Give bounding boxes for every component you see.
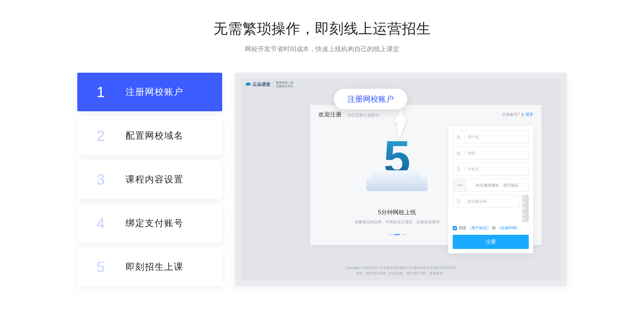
carousel-dots[interactable]: [329, 231, 465, 236]
mock-logo-row: 云朵课堂 教育机构一站式服务云平台: [241, 78, 561, 91]
phone-input[interactable]: [468, 167, 525, 171]
svg-point-0: [458, 135, 459, 137]
user-icon: [456, 135, 462, 139]
step-item-4[interactable]: 4 绑定支付账号: [77, 204, 222, 242]
legal-notice-link[interactable]: 《法律声明》: [497, 226, 520, 230]
agree-text: 同意 《用户协议》 和 《法律声明》: [459, 225, 520, 231]
callout-pill: 注册网校账户: [334, 89, 407, 109]
step-label: 绑定支付账号: [126, 217, 184, 229]
arrows-icon: [457, 183, 462, 187]
phone-field-wrap: [453, 163, 529, 176]
shield-icon: [456, 199, 462, 204]
illustration-desc: 创建独立的品牌，可绑定自主域名，注册直接使用: [329, 219, 465, 225]
sms-code-input[interactable]: [468, 199, 516, 204]
step-number: 5: [97, 258, 126, 276]
step-item-2[interactable]: 2 配置网校域名: [77, 116, 222, 155]
register-button[interactable]: 注册: [453, 235, 529, 249]
callout-arrow-icon: [389, 107, 408, 142]
svg-point-3: [458, 170, 459, 170]
brand-logo: 云朵课堂: [245, 82, 270, 87]
step-label: 配置网校域名: [126, 130, 184, 142]
agree-row[interactable]: 同意 《用户协议》 和 《法律声明》: [453, 225, 529, 231]
page-title: 无需繁琐操作，即刻线上运营招生: [0, 19, 644, 38]
slider-handle[interactable]: [453, 179, 466, 191]
welcome-subtitle: 你总是那么有眼光~: [348, 113, 381, 117]
brand-text: 云朵课堂: [252, 82, 270, 87]
login-hint: 已有账号? 去 登录: [502, 112, 533, 117]
agree-checkbox[interactable]: [453, 226, 457, 230]
slider-text: 向右拖动滑块，进行验证: [466, 183, 528, 188]
register-card: 欢迎注册 你总是那么有眼光~ 已有账号? 去 登录 5 5分钟网校上线: [310, 105, 542, 245]
cloud-icon: [245, 82, 251, 87]
page-subtitle: 网校开发节省时间成本，快速上线机构自己的线上课堂: [0, 45, 644, 53]
captcha-slider[interactable]: 向右拖动滑块，进行验证: [453, 179, 529, 192]
register-form: 向右拖动滑块，进行验证 获取验证码: [448, 126, 533, 253]
step-number: 3: [97, 171, 126, 188]
step-item-3[interactable]: 3 课程内容设置: [77, 160, 222, 199]
steps-list: 1 注册网校账户 2 配置网校域名 3 课程内容设置 4 绑定支付账号 5 即刻…: [77, 73, 222, 286]
logo-divider: [273, 81, 273, 88]
step-item-5[interactable]: 5 即刻招生上课: [77, 248, 222, 286]
preview-panel: 云朵课堂 教育机构一站式服务云平台 欢迎注册 你总是那么有眼光~ 已有账号? 去…: [235, 73, 567, 286]
step-number: 1: [97, 83, 126, 101]
password-field-wrap: [453, 147, 529, 160]
password-input[interactable]: [468, 151, 525, 155]
step-number: 4: [97, 215, 126, 232]
get-code-button[interactable]: 获取验证码: [522, 195, 529, 222]
phone-icon: [456, 167, 462, 171]
username-field-wrap: [453, 131, 529, 143]
illustration: 5 5分钟网校上线 创建独立的品牌，可绑定自主域名，注册直接使用: [329, 134, 465, 236]
sms-code-wrap: [453, 195, 519, 208]
lock-icon: [456, 151, 462, 155]
welcome-title: 欢迎注册 你总是那么有眼光~: [318, 111, 381, 118]
step-number: 2: [97, 127, 126, 144]
username-input[interactable]: [468, 135, 525, 139]
brand-tagline: 教育机构一站式服务云平台: [276, 81, 293, 88]
login-link[interactable]: 登录: [526, 112, 533, 117]
platform-graphic: [365, 171, 429, 187]
mock-footer: Copyright © 2014-2021.北京昱新科技有限公司 版权所有 京I…: [241, 265, 561, 276]
illustration-title: 5分钟网校上线: [329, 208, 465, 216]
svg-rect-1: [457, 153, 460, 155]
step-label: 课程内容设置: [126, 173, 184, 186]
step-label: 注册网校账户: [126, 86, 184, 98]
user-agreement-link[interactable]: 《用户协议》: [468, 226, 491, 230]
step-label: 即刻招生上课: [126, 261, 184, 273]
step-item-1[interactable]: 1 注册网校账户: [77, 73, 222, 111]
